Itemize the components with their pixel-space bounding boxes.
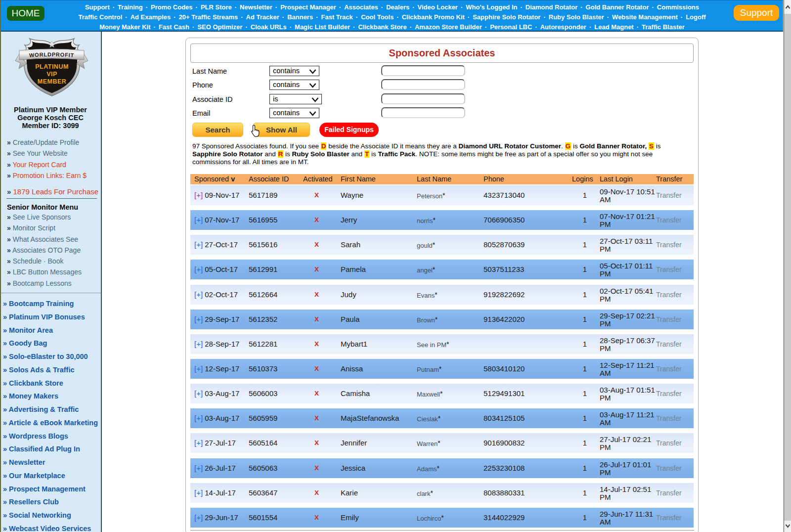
svg-text:PLATINUM: PLATINUM: [35, 63, 69, 70]
svg-text:WORLDPROFIT: WORLDPROFIT: [29, 51, 74, 58]
svg-text:MEMBER: MEMBER: [38, 78, 67, 85]
svg-text:VIP: VIP: [46, 71, 57, 78]
